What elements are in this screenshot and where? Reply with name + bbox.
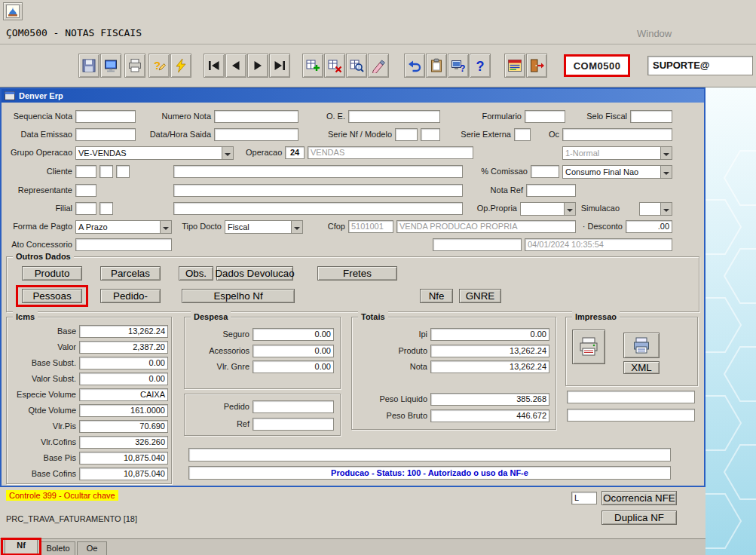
insert-record-button[interactable]: [302, 54, 323, 78]
undo-button[interactable]: [404, 54, 425, 78]
tipo-docto-combo[interactable]: Fiscal: [225, 220, 303, 234]
application-icon-button[interactable]: [3, 2, 23, 20]
paste-button[interactable]: [426, 54, 447, 78]
operacao-code-field[interactable]: 24: [285, 146, 305, 159]
tab-nf[interactable]: Nf: [5, 539, 38, 555]
exit-button[interactable]: [526, 54, 547, 78]
vlr-cofins-field[interactable]: 326.260: [79, 436, 168, 449]
oc-field[interactable]: [562, 128, 672, 141]
chevron-down-icon[interactable]: [564, 203, 575, 215]
op-propria-combo[interactable]: [520, 202, 576, 216]
espelho-nf-button[interactable]: Espelho Nf: [182, 289, 295, 303]
filial-nome-field[interactable]: [173, 202, 463, 215]
observacao-field[interactable]: [188, 448, 671, 461]
icms-base-field[interactable]: 13,262.24: [79, 325, 168, 338]
pedido-field[interactable]: [253, 400, 334, 413]
first-record-button[interactable]: [204, 54, 225, 78]
pedido-button[interactable]: Pedido-: [100, 289, 161, 303]
data-hora-saida-field[interactable]: [214, 128, 298, 141]
query-button[interactable]: [346, 54, 367, 78]
save-button[interactable]: [78, 54, 99, 78]
formulario-field[interactable]: [525, 110, 565, 123]
ipi-field[interactable]: 0.00: [430, 328, 549, 341]
peso-liquido-field[interactable]: 385.268: [430, 393, 549, 406]
chevron-down-icon[interactable]: [660, 166, 672, 178]
chevron-down-icon[interactable]: [660, 147, 672, 159]
tab-oe[interactable]: Oe: [77, 541, 107, 555]
cliente-code3-field[interactable]: [116, 165, 130, 178]
cfop-code-field[interactable]: 5101001: [348, 220, 393, 233]
cliente-code1-field[interactable]: [75, 165, 96, 178]
monitor-button[interactable]: [100, 54, 121, 78]
last-record-button[interactable]: [269, 54, 290, 78]
vlr-gnre-field[interactable]: 0.00: [253, 360, 334, 373]
ato-concessorio-field[interactable]: [75, 238, 172, 251]
filial-code2-field[interactable]: [99, 202, 113, 215]
icms-base-subst-field[interactable]: 0.00: [79, 357, 168, 369]
print-preview-button[interactable]: [623, 333, 660, 358]
impressao-field-1[interactable]: [567, 391, 695, 403]
chevron-down-icon[interactable]: [160, 221, 171, 233]
totais-produto-field[interactable]: 13,262.24: [430, 345, 549, 357]
numero-nota-field[interactable]: [214, 110, 298, 123]
especie-volume-field[interactable]: CAIXA: [79, 388, 168, 401]
chevron-down-icon[interactable]: [291, 221, 302, 233]
gnre-button[interactable]: GNRE: [459, 289, 501, 303]
help-edit-button[interactable]: ?: [148, 54, 170, 78]
campo-extra-field[interactable]: [433, 238, 522, 251]
cliente-code2-field[interactable]: [99, 165, 113, 178]
peso-bruto-field[interactable]: 446.672: [430, 409, 549, 422]
duplica-nf-button[interactable]: Duplica NF: [601, 511, 677, 525]
nfe-button[interactable]: Nfe: [420, 289, 453, 303]
fretes-button[interactable]: Fretes: [317, 266, 397, 281]
comissao-field[interactable]: [531, 165, 559, 178]
cliente-nome-field[interactable]: [173, 165, 463, 178]
chevron-down-icon[interactable]: [222, 147, 233, 159]
pessoas-button[interactable]: Pessoas: [22, 289, 82, 303]
obs-button[interactable]: Obs.: [179, 266, 213, 281]
menu-button[interactable]: [504, 54, 525, 78]
produto-button[interactable]: Produto: [22, 266, 82, 281]
simulacao-combo[interactable]: [639, 202, 672, 216]
oe-field[interactable]: [348, 110, 440, 123]
clear-button[interactable]: [368, 54, 389, 78]
serie-externa-field[interactable]: [514, 128, 531, 141]
print-button[interactable]: [124, 54, 145, 78]
help-button[interactable]: ?: [470, 54, 491, 78]
parcelas-button[interactable]: Parcelas: [100, 266, 161, 281]
ref-field[interactable]: [253, 418, 334, 431]
selo-fiscal-field[interactable]: [630, 110, 672, 123]
seguro-field[interactable]: 0.00: [253, 328, 334, 341]
grupo-operacao-combo[interactable]: VE-VENDAS: [75, 146, 234, 160]
representante-nome-field[interactable]: [173, 184, 463, 197]
icms-valor-subst-field[interactable]: 0.00: [79, 373, 168, 385]
lightning-button[interactable]: [170, 54, 191, 78]
vlr-pis-field[interactable]: 70.690: [79, 420, 168, 433]
base-pis-field[interactable]: 10,875.040: [79, 452, 168, 465]
print-nf-button[interactable]: [572, 330, 605, 364]
letra-field[interactable]: L: [571, 492, 597, 504]
dados-devolucao-button[interactable]: Dados Devolucao: [216, 266, 293, 281]
base-cofins-field[interactable]: 10,875.040: [79, 468, 168, 480]
filial-code1-field[interactable]: [75, 202, 96, 215]
ocorrencia-nfe-button[interactable]: Ocorrencia NFE: [601, 491, 677, 505]
chevron-down-icon[interactable]: [660, 203, 672, 215]
xml-button[interactable]: XML: [623, 361, 660, 374]
data-emissao-field[interactable]: [75, 128, 136, 141]
tipo-nota-combo[interactable]: 1-Normal: [562, 146, 672, 160]
sequencia-nota-field[interactable]: [75, 110, 136, 123]
serie-nf-field[interactable]: [395, 128, 418, 141]
totais-nota-field[interactable]: 13,262.24: [430, 360, 549, 373]
next-record-button[interactable]: [247, 54, 268, 78]
qtde-volume-field[interactable]: 161.0000: [79, 404, 168, 417]
delete-record-button[interactable]: [324, 54, 345, 78]
user-field[interactable]: SUPORTE@: [647, 56, 753, 75]
icms-valor-field[interactable]: 2,387.20: [79, 341, 168, 354]
desconto-field[interactable]: .00: [626, 220, 672, 233]
nota-ref-field[interactable]: [526, 184, 576, 197]
representante-code-field[interactable]: [75, 184, 96, 197]
acessorios-field[interactable]: 0.00: [253, 345, 334, 357]
impressao-field-2[interactable]: [567, 409, 695, 422]
tab-boleto[interactable]: Boleto: [41, 541, 75, 555]
consumo-final-combo[interactable]: Consumo Final Nao: [562, 165, 672, 179]
